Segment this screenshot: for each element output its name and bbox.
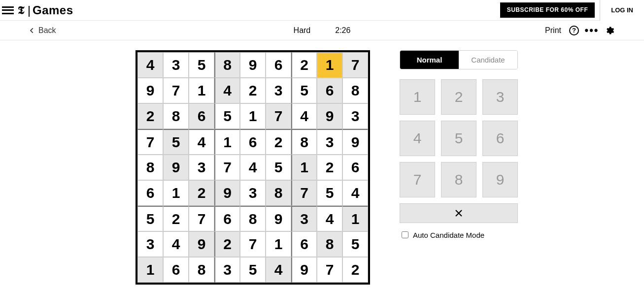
cell-r5-c3[interactable]: 9 <box>214 180 240 206</box>
cell-r5-c1[interactable]: 1 <box>163 180 189 206</box>
cell-r2-c8[interactable]: 3 <box>342 103 368 129</box>
cell-r6-c7[interactable]: 4 <box>317 206 342 231</box>
cell-r1-c7[interactable]: 6 <box>317 78 342 103</box>
mode-normal-button[interactable]: Normal <box>400 51 459 69</box>
cell-r1-c6[interactable]: 5 <box>291 78 317 103</box>
cell-r6-c4[interactable]: 8 <box>240 206 266 231</box>
cell-r2-c6[interactable]: 4 <box>291 103 317 129</box>
auto-candidate-toggle[interactable]: Auto Candidate Mode <box>400 230 518 240</box>
cell-r5-c8[interactable]: 4 <box>342 180 368 206</box>
cell-r8-c3[interactable]: 3 <box>214 257 240 283</box>
cell-r4-c5[interactable]: 5 <box>266 155 291 180</box>
cell-r2-c3[interactable]: 5 <box>214 103 240 129</box>
cell-r3-c7[interactable]: 3 <box>317 129 342 155</box>
cell-r1-c2[interactable]: 1 <box>189 78 214 103</box>
cell-r3-c5[interactable]: 2 <box>266 129 291 155</box>
cell-r3-c2[interactable]: 4 <box>189 129 214 155</box>
cell-r8-c5[interactable]: 4 <box>266 257 291 283</box>
cell-r0-c4[interactable]: 9 <box>240 52 266 78</box>
cell-r8-c8[interactable]: 2 <box>342 257 368 283</box>
cell-r1-c4[interactable]: 2 <box>240 78 266 103</box>
cell-r6-c6[interactable]: 3 <box>291 206 317 231</box>
cell-r0-c0[interactable]: 4 <box>137 52 163 78</box>
cell-r8-c0[interactable]: 1 <box>137 257 163 283</box>
print-button[interactable]: Print <box>545 26 561 35</box>
cell-r5-c7[interactable]: 5 <box>317 180 342 206</box>
menu-icon[interactable] <box>2 4 14 16</box>
cell-r7-c1[interactable]: 4 <box>163 231 189 257</box>
cell-r7-c2[interactable]: 9 <box>189 231 214 257</box>
cell-r0-c7[interactable]: 1 <box>317 52 342 78</box>
cell-r3-c0[interactable]: 7 <box>137 129 163 155</box>
cell-r2-c0[interactable]: 2 <box>137 103 163 129</box>
cell-r5-c4[interactable]: 3 <box>240 180 266 206</box>
cell-r8-c2[interactable]: 8 <box>189 257 214 283</box>
cell-r4-c2[interactable]: 3 <box>189 155 214 180</box>
cell-r0-c2[interactable]: 5 <box>189 52 214 78</box>
numpad-9[interactable]: 9 <box>482 162 518 197</box>
difficulty-label[interactable]: Hard <box>294 26 311 35</box>
numpad-3[interactable]: 3 <box>482 79 518 115</box>
cell-r3-c1[interactable]: 5 <box>163 129 189 155</box>
cell-r6-c2[interactable]: 7 <box>189 206 214 231</box>
timer-display[interactable]: 2:26 <box>335 26 350 35</box>
cell-r5-c6[interactable]: 7 <box>291 180 317 206</box>
cell-r0-c6[interactable]: 2 <box>291 52 317 78</box>
numpad-6[interactable]: 6 <box>482 121 518 156</box>
numpad-1[interactable]: 1 <box>400 79 435 115</box>
numpad-5[interactable]: 5 <box>441 121 476 156</box>
cell-r2-c5[interactable]: 7 <box>266 103 291 129</box>
cell-r0-c8[interactable]: 7 <box>342 52 368 78</box>
numpad-4[interactable]: 4 <box>400 121 435 156</box>
cell-r3-c6[interactable]: 8 <box>291 129 317 155</box>
cell-r5-c0[interactable]: 6 <box>137 180 163 206</box>
cell-r2-c1[interactable]: 8 <box>163 103 189 129</box>
login-button[interactable]: LOG IN <box>600 0 644 21</box>
cell-r8-c7[interactable]: 7 <box>317 257 342 283</box>
more-icon[interactable]: ••• <box>587 26 597 35</box>
cell-r4-c3[interactable]: 7 <box>214 155 240 180</box>
cell-r1-c3[interactable]: 4 <box>214 78 240 103</box>
cell-r7-c6[interactable]: 6 <box>291 231 317 257</box>
auto-candidate-checkbox[interactable] <box>402 231 408 238</box>
cell-r4-c1[interactable]: 9 <box>163 155 189 180</box>
cell-r5-c2[interactable]: 2 <box>189 180 214 206</box>
cell-r3-c4[interactable]: 6 <box>240 129 266 155</box>
cell-r6-c5[interactable]: 9 <box>266 206 291 231</box>
cell-r3-c8[interactable]: 9 <box>342 129 368 155</box>
cell-r1-c8[interactable]: 8 <box>342 78 368 103</box>
cell-r4-c6[interactable]: 1 <box>291 155 317 180</box>
cell-r1-c0[interactable]: 9 <box>137 78 163 103</box>
help-icon[interactable]: ? <box>569 26 579 35</box>
cell-r0-c3[interactable]: 8 <box>214 52 240 78</box>
cell-r8-c4[interactable]: 5 <box>240 257 266 283</box>
cell-r4-c8[interactable]: 6 <box>342 155 368 180</box>
cell-r4-c7[interactable]: 2 <box>317 155 342 180</box>
cell-r7-c4[interactable]: 7 <box>240 231 266 257</box>
cell-r8-c1[interactable]: 6 <box>163 257 189 283</box>
cell-r6-c3[interactable]: 6 <box>214 206 240 231</box>
cell-r8-c6[interactable]: 9 <box>291 257 317 283</box>
cell-r1-c1[interactable]: 7 <box>163 78 189 103</box>
cell-r6-c8[interactable]: 1 <box>342 206 368 231</box>
cell-r4-c4[interactable]: 4 <box>240 155 266 180</box>
cell-r5-c5[interactable]: 8 <box>266 180 291 206</box>
subscribe-button[interactable]: SUBSCRIBE FOR 60% OFF <box>500 2 595 18</box>
cell-r7-c7[interactable]: 8 <box>317 231 342 257</box>
cell-r0-c5[interactable]: 6 <box>266 52 291 78</box>
cell-r2-c4[interactable]: 1 <box>240 103 266 129</box>
cell-r7-c0[interactable]: 3 <box>137 231 163 257</box>
back-button[interactable]: Back <box>29 26 56 35</box>
cell-r4-c0[interactable]: 8 <box>137 155 163 180</box>
cell-r2-c2[interactable]: 6 <box>189 103 214 129</box>
numpad-7[interactable]: 7 <box>400 162 435 197</box>
gear-icon[interactable] <box>605 26 614 35</box>
numpad-8[interactable]: 8 <box>441 162 476 197</box>
cell-r7-c3[interactable]: 2 <box>214 231 240 257</box>
cell-r2-c7[interactable]: 9 <box>317 103 342 129</box>
cell-r0-c1[interactable]: 3 <box>163 52 189 78</box>
mode-candidate-button[interactable]: Candidate <box>459 51 517 69</box>
clear-button[interactable] <box>400 203 518 223</box>
cell-r7-c8[interactable]: 5 <box>342 231 368 257</box>
cell-r3-c3[interactable]: 1 <box>214 129 240 155</box>
